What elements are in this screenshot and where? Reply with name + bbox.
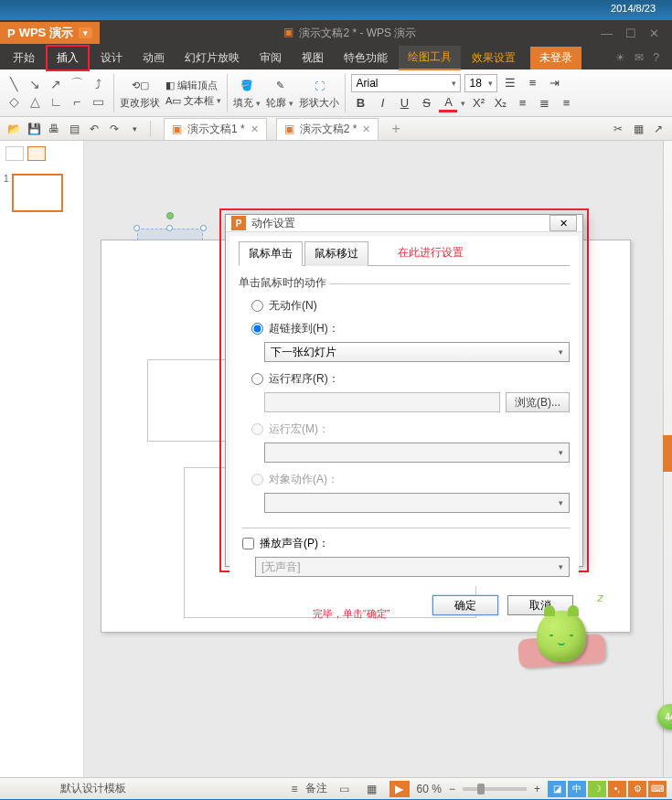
- radio-run-input[interactable]: [251, 373, 263, 385]
- superscript-button[interactable]: X²: [469, 94, 487, 112]
- menu-drawtools[interactable]: 绘图工具: [399, 46, 461, 70]
- menu-design[interactable]: 设计: [91, 47, 132, 69]
- radio-run-label: 运行程序(R)：: [269, 371, 339, 387]
- ok-button[interactable]: 确定: [432, 595, 498, 615]
- resize-handle[interactable]: [133, 225, 140, 231]
- tray-cloud-icon[interactable]: ◪: [548, 781, 566, 797]
- notify-icon[interactable]: ✉: [635, 51, 644, 64]
- content-placeholder-1[interactable]: [147, 359, 229, 442]
- doc-tab-1[interactable]: ▣ 演示文稿1 * ✕: [164, 118, 267, 140]
- new-tab-button[interactable]: +: [382, 118, 409, 140]
- outline-button[interactable]: ✎轮廓 ▾: [266, 77, 293, 110]
- underline-button[interactable]: U: [395, 94, 413, 112]
- radio-none-input[interactable]: [251, 300, 263, 312]
- shape-line-grid[interactable]: ╲↘↗⌒⤴ ◇△∟⌐▭: [4, 76, 108, 110]
- open-icon[interactable]: 📂: [5, 121, 22, 137]
- tab1-close-icon[interactable]: ✕: [251, 123, 259, 135]
- run-program-input[interactable]: [264, 392, 500, 412]
- play-sound-checkbox[interactable]: [242, 538, 254, 549]
- menu-slideshow[interactable]: 幻灯片放映: [176, 47, 249, 69]
- notes-icon[interactable]: ≡: [292, 783, 298, 795]
- tool-a-icon[interactable]: ✂: [610, 121, 626, 137]
- tray-moon-icon[interactable]: ☽: [588, 781, 606, 797]
- tool-b-icon[interactable]: ▦: [630, 121, 646, 137]
- align-left-button[interactable]: ≡: [513, 94, 531, 112]
- zoom-slider[interactable]: [463, 787, 527, 791]
- indent-icon[interactable]: ⇥: [545, 74, 563, 92]
- view-slideshow-button[interactable]: ▶: [389, 781, 410, 797]
- checkbox-play-sound[interactable]: 播放声音(P)：: [242, 528, 570, 551]
- undo-icon[interactable]: ↶: [86, 121, 102, 137]
- menu-effects[interactable]: 效果设置: [463, 47, 525, 69]
- view-normal-button[interactable]: ▭: [335, 781, 355, 797]
- radio-hyperlink[interactable]: 超链接到(H)：: [251, 321, 570, 336]
- bullets-icon[interactable]: ☰: [501, 74, 519, 92]
- rotate-handle[interactable]: [166, 212, 174, 219]
- tray-gear-icon[interactable]: ⚙: [628, 781, 646, 797]
- doc-tab-2[interactable]: ▣ 演示文稿2 * ✕: [276, 118, 379, 140]
- app-menu-arrow-icon[interactable]: ▾: [79, 27, 92, 38]
- tab-mouse-click[interactable]: 鼠标单击: [239, 241, 303, 266]
- login-button[interactable]: 未登录: [530, 47, 581, 69]
- bold-button[interactable]: B: [351, 94, 369, 112]
- hyperlink-target-select[interactable]: 下一张幻灯片 ▾: [264, 342, 570, 362]
- zoom-in-button[interactable]: +: [534, 783, 540, 795]
- radio-none[interactable]: 无动作(N): [251, 298, 570, 314]
- browse-button[interactable]: 浏览(B)...: [506, 392, 570, 412]
- outline-tab-icon[interactable]: [5, 146, 24, 161]
- italic-button[interactable]: I: [373, 94, 391, 112]
- subscript-button[interactable]: X₂: [491, 94, 509, 112]
- tool-c-icon[interactable]: ↗: [650, 121, 667, 137]
- save-icon[interactable]: 💾: [26, 121, 42, 137]
- mascot-character[interactable]: z: [518, 596, 605, 669]
- zoom-out-button[interactable]: −: [449, 783, 455, 795]
- menu-review[interactable]: 审阅: [251, 47, 291, 69]
- tray-ime-icon[interactable]: 中: [568, 781, 586, 797]
- redo-icon[interactable]: ↷: [106, 121, 123, 137]
- view-sorter-button[interactable]: ▦: [362, 781, 382, 797]
- thumbs-tab-icon[interactable]: [27, 146, 46, 161]
- resize-handle[interactable]: [166, 225, 173, 231]
- align-center-button[interactable]: ≣: [535, 94, 553, 112]
- menu-special[interactable]: 特色功能: [335, 47, 397, 69]
- font-color-arrow-icon[interactable]: ▾: [461, 99, 465, 108]
- tray-comma-icon[interactable]: •,: [608, 781, 626, 797]
- qat-more-icon[interactable]: ▾: [126, 121, 143, 137]
- app-badge[interactable]: P WPS 演示 ▾: [0, 22, 100, 44]
- notes-label[interactable]: 备注: [305, 781, 327, 796]
- right-collapse-icon[interactable]: [663, 435, 672, 472]
- menu-view[interactable]: 视图: [293, 47, 333, 69]
- maximize-icon[interactable]: ☐: [625, 27, 636, 40]
- minimize-icon[interactable]: —: [601, 27, 613, 40]
- font-size-select[interactable]: 18▾: [464, 74, 497, 92]
- menu-start[interactable]: 开始: [4, 47, 44, 69]
- slide-thumb-1[interactable]: 1: [4, 174, 80, 212]
- zoom-badge[interactable]: 44: [657, 704, 672, 730]
- fill-button[interactable]: 🪣填充 ▾: [233, 77, 261, 110]
- shape-size-button[interactable]: ⛶形状大小: [299, 77, 339, 110]
- edit-vertex-button[interactable]: ◧编辑顶点: [165, 79, 221, 92]
- skin-icon[interactable]: ☀: [615, 51, 625, 64]
- font-color-button[interactable]: A: [439, 94, 457, 112]
- change-shape-button[interactable]: ⟲▢ 更改形状: [120, 77, 160, 110]
- font-name-select[interactable]: Arial▾: [351, 74, 461, 92]
- dialog-close-button[interactable]: ✕: [549, 215, 577, 231]
- print-icon[interactable]: 🖶: [46, 121, 62, 137]
- tray-keyboard-icon[interactable]: ⌨: [648, 781, 667, 797]
- radio-hyperlink-input[interactable]: [251, 323, 263, 335]
- menu-insert[interactable]: 插入: [46, 45, 90, 71]
- radio-run-program[interactable]: 运行程序(R)：: [251, 371, 570, 387]
- help-icon[interactable]: ?: [653, 51, 659, 64]
- resize-handle[interactable]: [200, 225, 207, 231]
- tab-mouse-over[interactable]: 鼠标移过: [304, 241, 368, 266]
- close-icon[interactable]: ✕: [649, 27, 659, 40]
- print-preview-icon[interactable]: ▤: [66, 121, 82, 137]
- strike-button[interactable]: S: [417, 94, 435, 112]
- tab2-close-icon[interactable]: ✕: [362, 123, 370, 135]
- textbox-button[interactable]: A▭文本框▾: [165, 94, 221, 108]
- align-right-button[interactable]: ≡: [557, 94, 575, 112]
- menu-animation[interactable]: 动画: [133, 47, 174, 69]
- slide-canvas[interactable]: 选择一个形状后，绘制 P 动作设置 ✕ 鼠标单击 鼠标移过 在此进行设置: [84, 141, 672, 777]
- numbered-icon[interactable]: ≡: [523, 74, 541, 92]
- zoom-slider-knob[interactable]: [477, 784, 485, 795]
